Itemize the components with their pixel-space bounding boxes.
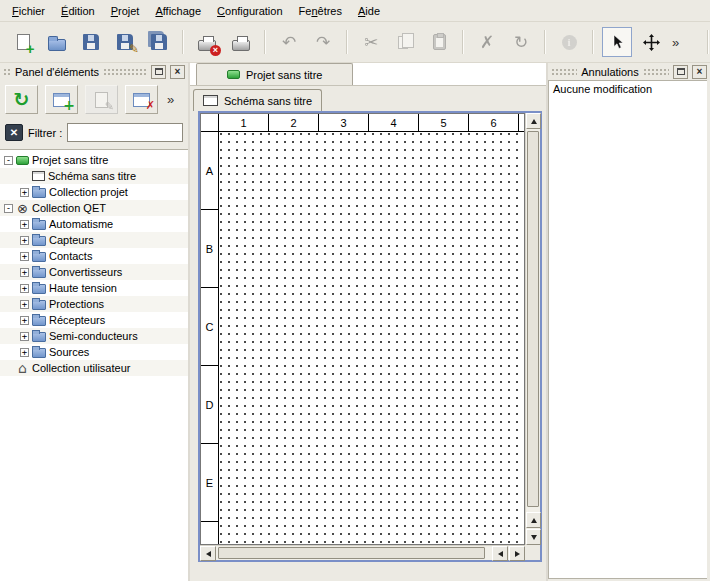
arrow-up-icon <box>531 518 537 523</box>
paste-button[interactable] <box>424 27 454 57</box>
tree-expander-icon[interactable]: + <box>20 236 29 245</box>
horizontal-scrollbar[interactable] <box>200 545 525 560</box>
tree-item-automatisme[interactable]: +Automatisme <box>0 216 188 232</box>
tree-item-label: Haute tension <box>49 282 117 294</box>
tree-expander-icon[interactable]: + <box>20 252 29 261</box>
folder-icon <box>32 268 46 278</box>
save-all-button[interactable] <box>144 27 174 57</box>
scroll-left-button[interactable] <box>492 546 508 561</box>
float-icon <box>155 68 163 75</box>
folder-icon <box>32 188 46 198</box>
copy-icon <box>398 36 408 49</box>
tab-schema[interactable]: Schéma sans titre <box>193 89 322 111</box>
tree-item-sources[interactable]: +Sources <box>0 344 188 360</box>
dock-grip-handle[interactable] <box>103 68 147 76</box>
schema-view-window: 123456 ABCDE <box>198 111 542 562</box>
float-panel-button[interactable] <box>151 65 166 79</box>
project-icon <box>16 156 29 165</box>
tree-item-protections[interactable]: +Protections <box>0 296 188 312</box>
tree-expander-icon[interactable]: + <box>20 284 29 293</box>
close-icon: × <box>697 67 703 77</box>
float-panel-button[interactable] <box>673 65 688 79</box>
schema-canvas[interactable] <box>220 133 524 544</box>
tree-item-projet-sans-titre[interactable]: -Projet sans titre <box>0 152 188 168</box>
menu-item-fenetres[interactable]: Fenêtres <box>291 2 350 20</box>
tree-item-haute-tension[interactable]: +Haute tension <box>0 280 188 296</box>
tree-item-label: Collection projet <box>49 186 128 198</box>
undo-panel-title: Annulations <box>581 66 639 78</box>
tree-item-semi-conducteurs[interactable]: +Semi-conducteurs <box>0 328 188 344</box>
scroll-right-button[interactable] <box>509 546 525 561</box>
tree-expander-icon[interactable]: - <box>4 156 13 165</box>
print-button[interactable] <box>226 27 256 57</box>
cut-button[interactable]: ✂ <box>356 27 386 57</box>
dock-grip-handle[interactable] <box>3 68 11 76</box>
redo-button[interactable]: ↷ <box>308 27 338 57</box>
menu-item-aide[interactable]: Aide <box>350 2 388 20</box>
toolbar-overflow-button[interactable]: » <box>670 35 681 50</box>
select-mode-button[interactable] <box>602 27 632 57</box>
save-button[interactable] <box>76 27 106 57</box>
pointer-arrow-icon <box>609 34 625 50</box>
menu-item-configuration[interactable]: Configuration <box>209 2 290 20</box>
tree-item-contacts[interactable]: +Contacts <box>0 248 188 264</box>
undo-button[interactable]: ↶ <box>274 27 304 57</box>
scroll-up-button[interactable] <box>526 113 541 129</box>
reload-collections-button[interactable]: ↻ <box>5 85 38 114</box>
clear-filter-button[interactable]: ✕ <box>5 124 23 141</box>
pan-mode-button[interactable] <box>636 27 666 57</box>
edit-element-button[interactable]: ✎ <box>85 85 118 114</box>
close-button[interactable]: × <box>192 27 222 57</box>
tree-item-collection-qet[interactable]: -⊗Collection QET <box>0 200 188 216</box>
tree-expander-icon[interactable]: + <box>20 332 29 341</box>
close-panel-button[interactable]: × <box>692 65 707 79</box>
column-ruler-cell: 1 <box>219 114 269 131</box>
filter-input[interactable] <box>67 123 183 142</box>
dock-grip-handle[interactable] <box>551 68 577 76</box>
vertical-scrollbar-thumb[interactable] <box>527 131 539 507</box>
undo-history-item[interactable]: Aucune modification <box>549 81 707 97</box>
dock-grip-handle[interactable] <box>643 68 669 76</box>
tree-item-convertisseurs[interactable]: +Convertisseurs <box>0 264 188 280</box>
tree-item-sche-ma-sans-titre[interactable]: Schéma sans titre <box>0 168 188 184</box>
horizontal-scrollbar-thumb[interactable] <box>218 547 485 559</box>
scroll-up-button[interactable] <box>526 512 541 528</box>
menu-item-affichage[interactable]: Affichage <box>147 2 209 20</box>
scroll-left-button[interactable] <box>200 546 216 561</box>
close-panel-button[interactable]: × <box>170 65 185 79</box>
new-project-button[interactable] <box>8 27 38 57</box>
toolbar-overflow-button[interactable]: » <box>165 92 176 107</box>
menu-item-projet[interactable]: Projet <box>103 2 148 20</box>
menu-item-edition[interactable]: Édition <box>53 2 103 20</box>
tree-item-label: Récepteurs <box>49 314 105 326</box>
save-as-button[interactable]: ✎ <box>110 27 140 57</box>
tree-item-collection-projet[interactable]: +Collection projet <box>0 184 188 200</box>
undo-panel-header: Annulations × <box>548 63 710 80</box>
tree-expander-icon[interactable]: - <box>4 204 13 213</box>
element-infos-button[interactable]: i <box>554 27 584 57</box>
tree-expander-icon[interactable]: + <box>20 220 29 229</box>
tree-expander-icon[interactable]: + <box>20 188 29 197</box>
save-as-icon: ✎ <box>117 34 133 50</box>
menu-item-fichier[interactable]: Fichier <box>4 2 53 20</box>
delete-element-button[interactable]: ✗ <box>125 85 158 114</box>
tree-item-re-cepteurs[interactable]: +Récepteurs <box>0 312 188 328</box>
vertical-scrollbar[interactable] <box>525 113 540 545</box>
tree-expander-icon[interactable]: + <box>20 348 29 357</box>
tree-expander-icon[interactable]: + <box>20 300 29 309</box>
scroll-down-button[interactable] <box>526 529 541 545</box>
folder-icon <box>32 236 46 246</box>
tree-expander-icon[interactable]: + <box>20 268 29 277</box>
open-project-button[interactable] <box>42 27 72 57</box>
delete-element-icon: ✗ <box>133 93 150 107</box>
new-element-button[interactable]: + <box>45 85 78 114</box>
tree-item-collection-utilisateur[interactable]: ⌂Collection utilisateur <box>0 360 188 376</box>
copy-button[interactable] <box>390 27 420 57</box>
toolbar-separator <box>346 30 348 54</box>
tree-item-capteurs[interactable]: +Capteurs <box>0 232 188 248</box>
tree-expander-icon[interactable]: + <box>20 316 29 325</box>
tab-project[interactable]: Projet sans titre <box>196 63 353 85</box>
delete-button[interactable]: ✗ <box>472 27 502 57</box>
toolbar-separator <box>592 30 594 54</box>
rotate-button[interactable]: ↻ <box>506 27 536 57</box>
